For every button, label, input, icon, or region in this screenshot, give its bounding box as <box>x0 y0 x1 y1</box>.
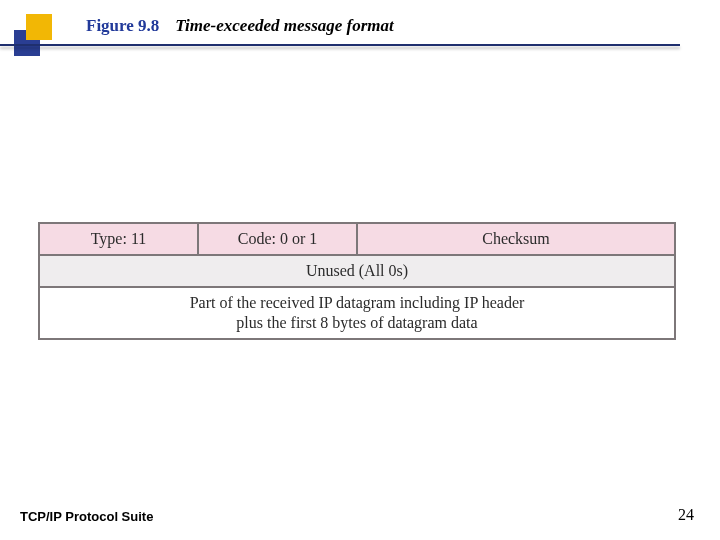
slide: Figure 9.8 Time-exceeded message format … <box>0 0 720 540</box>
corner-logo <box>14 14 62 62</box>
packet-type-cell: Type: 11 <box>39 223 198 255</box>
figure-label: Figure 9.8 <box>86 16 159 35</box>
packet-row-payload: Part of the received IP datagram includi… <box>39 287 675 339</box>
figure-title: Time-exceeded message format <box>175 16 393 35</box>
packet-format-table: Type: 11 Code: 0 or 1 Checksum Unused (A… <box>38 222 676 340</box>
packet-row-header: Type: 11 Code: 0 or 1 Checksum <box>39 223 675 255</box>
page-number: 24 <box>678 506 694 524</box>
packet-payload-cell: Part of the received IP datagram includi… <box>39 287 675 339</box>
footer-title: TCP/IP Protocol Suite <box>20 509 153 524</box>
packet-checksum-cell: Checksum <box>357 223 675 255</box>
packet-code-cell: Code: 0 or 1 <box>198 223 357 255</box>
packet-unused-cell: Unused (All 0s) <box>39 255 675 287</box>
packet-row-unused: Unused (All 0s) <box>39 255 675 287</box>
heading-rule <box>0 44 680 46</box>
heading: Figure 9.8 Time-exceeded message format <box>86 16 700 36</box>
logo-square-yellow <box>26 14 52 40</box>
